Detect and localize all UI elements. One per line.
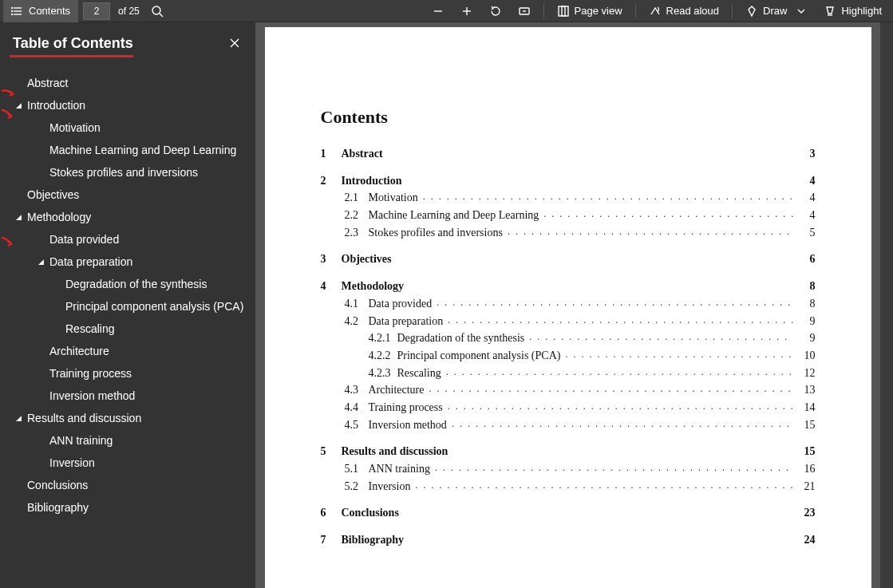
doc-toc-line[interactable]: 4.2.2Principal component analysis (PCA)1… — [321, 347, 816, 365]
toc-entry-number: 2.1 — [342, 189, 369, 207]
sidebar-toc-label: Methodology — [27, 211, 91, 223]
chevron-down-icon — [795, 5, 808, 18]
document-viewport[interactable]: Contents 1Abstract32Introduction42.1Moti… — [255, 22, 880, 588]
doc-toc-line[interactable]: 5.2Inversion21 — [321, 478, 816, 495]
toc-entry-title: Architecture — [369, 381, 425, 399]
doc-toc-line[interactable]: 7Bibliography24 — [321, 531, 816, 549]
toc-entry-number: 4.2.3 — [362, 365, 397, 382]
minus-icon — [432, 5, 445, 18]
toc-leader-dots — [448, 311, 792, 329]
sidebar-toc-item[interactable]: Machine Learning and Deep Learning — [6, 139, 249, 161]
sidebar-toc-item[interactable]: ◢Results and discussion — [6, 407, 249, 429]
page-view-button[interactable]: Page view — [549, 0, 630, 22]
doc-toc-line[interactable]: 2.3Stokes profiles and inversions5 — [321, 224, 816, 242]
sidebar-toc-item[interactable]: Inversion method — [6, 385, 249, 407]
toc-entry-title: Data provided — [369, 295, 433, 313]
doc-toc-line[interactable]: 4.5Inversion method15 — [321, 416, 816, 434]
toc-entry-number: 7 — [321, 531, 342, 549]
sidebar-toc-item[interactable]: Conclusions — [6, 474, 249, 496]
close-toc-button[interactable] — [228, 37, 241, 49]
svg-point-5 — [12, 14, 13, 14]
sidebar-toc-item[interactable]: ◢Methodology — [6, 206, 249, 228]
toc-entry-number: 4.5 — [342, 416, 369, 434]
vertical-scrollbar[interactable] — [880, 22, 893, 588]
fit-page-button[interactable] — [510, 0, 539, 22]
doc-toc-line[interactable]: 2.1Motivation4 — [321, 189, 816, 207]
toc-entry-number: 4.1 — [342, 295, 369, 313]
collapse-caret-icon[interactable]: ◢ — [14, 213, 22, 221]
zoom-in-button[interactable] — [452, 0, 481, 22]
toc-leader-dots — [543, 205, 792, 223]
doc-toc-line[interactable]: 1Abstract3 — [321, 145, 816, 163]
toc-entry-title: Objectives — [342, 251, 392, 268]
search-icon — [151, 5, 164, 18]
doc-toc-line[interactable]: 2Introduction4 — [321, 172, 816, 190]
doc-toc-line[interactable]: 4.2Data preparation9 — [321, 313, 816, 330]
sidebar-toc-item[interactable]: Degradation of the synthesis — [6, 273, 249, 295]
find-button[interactable] — [146, 0, 168, 22]
sidebar-toc-item[interactable]: ◢Introduction — [6, 94, 249, 116]
annotation-arrow — [0, 88, 14, 99]
annotation-arrow — [0, 236, 14, 247]
page-number-input[interactable]: 2 — [83, 2, 110, 20]
highlight-button[interactable]: Highlight — [816, 0, 890, 22]
toc-leader-dots — [529, 328, 792, 345]
plus-icon — [460, 5, 473, 18]
toc-entry-title: Methodology — [342, 278, 405, 295]
toc-entry-title: ANN training — [369, 460, 430, 478]
page-view-label: Page view — [575, 5, 622, 17]
toc-entry-page: 24 — [798, 531, 816, 549]
doc-toc-line[interactable]: 4.1Data provided8 — [321, 295, 816, 313]
zoom-out-button[interactable] — [424, 0, 452, 22]
doc-toc-line[interactable]: 4.3Architecture13 — [321, 381, 816, 399]
sidebar-toc-item[interactable]: ANN training — [6, 429, 249, 452]
collapse-caret-icon[interactable]: ◢ — [14, 414, 22, 422]
toc-leader-dots — [448, 397, 793, 415]
toc-entry-title: Stokes profiles and inversions — [369, 224, 503, 242]
toc-entry-page: 3 — [798, 145, 816, 163]
toc-leader-dots — [452, 415, 793, 432]
toc-entry-title: Machine Learning and Deep Learning — [369, 207, 539, 224]
top-toolbar: Contents 2 of 25 Page view — [0, 0, 893, 22]
read-aloud-icon — [649, 5, 662, 18]
doc-toc-line[interactable]: 4.2.3Rescaling12 — [321, 365, 816, 382]
sidebar-toc-item[interactable]: Bibliography — [6, 496, 249, 519]
doc-toc-line[interactable]: 4.4Training process14 — [321, 399, 816, 416]
toc-leader-dots — [508, 223, 793, 240]
sidebar-toc-item[interactable]: ◢Data preparation — [6, 251, 249, 273]
contents-toggle-button[interactable]: Contents — [3, 0, 78, 22]
doc-toc-line[interactable]: 3Objectives6 — [321, 251, 816, 268]
sidebar-toc-label: Conclusions — [27, 479, 88, 491]
read-aloud-button[interactable]: Read aloud — [641, 0, 728, 22]
draw-button[interactable]: Draw — [737, 0, 816, 22]
sidebar-toc-label: Abstract — [27, 77, 68, 89]
sidebar-toc-item[interactable]: Stokes profiles and inversions — [6, 161, 249, 184]
sidebar-toc-item[interactable]: Inversion — [6, 452, 249, 474]
collapse-caret-icon[interactable]: ◢ — [14, 101, 22, 109]
rotate-button[interactable] — [481, 0, 510, 22]
highlight-label: Highlight — [841, 5, 882, 17]
doc-toc-line[interactable]: 4Methodology8 — [321, 278, 816, 295]
sidebar-toc-item[interactable]: Data provided — [6, 228, 249, 251]
draw-pen-icon — [745, 5, 758, 18]
annotation-arrow — [0, 109, 14, 120]
sidebar-toc-item[interactable]: Architecture — [6, 340, 249, 362]
sidebar-toc-item[interactable]: Objectives — [6, 184, 249, 206]
sidebar-toc-label: Data preparation — [49, 255, 132, 268]
doc-toc-line[interactable]: 6Conclusions23 — [321, 504, 816, 522]
toc-entry-page: 8 — [798, 278, 816, 295]
doc-toc-line[interactable]: 4.2.1Degradation of the synthesis9 — [321, 330, 816, 347]
sidebar-toc-item[interactable]: Motivation — [6, 116, 249, 139]
doc-toc-line[interactable]: 5.1ANN training16 — [321, 460, 816, 478]
toc-entry-title: Results and discussion — [342, 443, 448, 460]
sidebar-toc-item[interactable]: Rescaling — [6, 318, 249, 340]
doc-toc-line[interactable]: 2.2Machine Learning and Deep Learning4 — [321, 207, 816, 224]
sidebar-toc-label: Motivation — [49, 121, 101, 134]
toc-list-icon — [11, 5, 24, 18]
collapse-caret-icon[interactable]: ◢ — [37, 258, 45, 266]
sidebar-toc-item[interactable]: Abstract — [6, 72, 249, 94]
sidebar-toc-item[interactable]: Training process — [6, 362, 249, 385]
sidebar-toc-item[interactable]: Principal component analysis (PCA) — [6, 295, 249, 318]
toc-entry-page: 6 — [798, 251, 816, 268]
doc-toc-line[interactable]: 5Results and discussion15 — [321, 443, 816, 460]
